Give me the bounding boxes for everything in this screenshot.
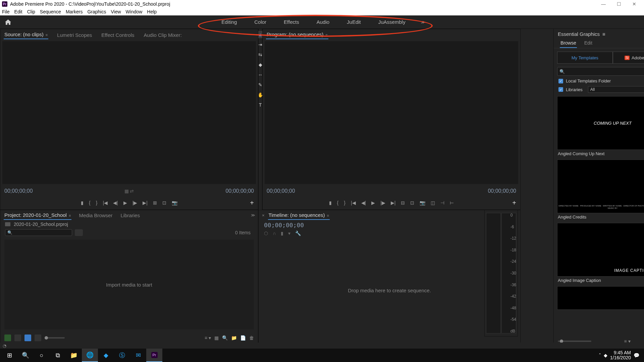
tray-app-icon[interactable]: ◆ xyxy=(604,353,607,358)
media-bin[interactable]: Import media to start xyxy=(4,240,254,329)
button-editor-icon[interactable]: + xyxy=(250,199,254,207)
insert-icon[interactable]: ⊞ xyxy=(153,200,157,205)
tray-overflow-icon[interactable]: ˄ xyxy=(599,353,601,358)
menu-clip[interactable]: Clip xyxy=(27,9,35,14)
menu-markers[interactable]: Markers xyxy=(66,9,83,14)
eg-item-live[interactable]: LIVE xyxy=(557,286,644,310)
play-icon[interactable]: ▶ xyxy=(123,200,127,205)
timeline-timecode[interactable]: 00;00;00;00 xyxy=(264,222,515,229)
compare-icon[interactable]: ◫ xyxy=(431,200,435,205)
step-back-icon[interactable]: ◀| xyxy=(113,200,118,205)
marker-icon[interactable]: ▮ xyxy=(81,200,84,205)
tab-effect-controls[interactable]: Effect Controls xyxy=(101,31,135,39)
eg-item-image-caption[interactable]: IMAGE CAPTION HERE Angled Image Caption xyxy=(557,223,644,284)
list-view-icon[interactable] xyxy=(14,335,21,341)
out-icon[interactable]: } xyxy=(96,200,98,205)
automate-icon[interactable]: ▦ xyxy=(214,335,219,341)
play-icon[interactable]: ▶ xyxy=(371,200,375,205)
tab-project[interactable]: Project: 2020-01-20_School≡ xyxy=(4,211,71,220)
export-frame-icon[interactable]: 📷 xyxy=(420,200,425,205)
eg-zoom-slider[interactable] xyxy=(558,341,591,342)
source-timecode-in[interactable]: 00;00;00;00 xyxy=(4,188,33,194)
step-fwd-icon[interactable]: |▶ xyxy=(132,200,138,205)
menu-graphics[interactable]: Graphics xyxy=(87,9,106,14)
workspace-juedit[interactable]: JuEdit xyxy=(345,18,363,26)
notifications-icon[interactable]: 💬 xyxy=(634,353,639,358)
workspace-effects[interactable]: Effects xyxy=(282,18,301,26)
menu-edit[interactable]: Edit xyxy=(14,9,22,14)
tab-audio-clip-mixer[interactable]: Audio Clip Mixer: xyxy=(143,31,182,39)
eg-local-checkbox[interactable]: ✓ xyxy=(558,79,563,83)
eg-tab-edit[interactable]: Edit xyxy=(584,39,593,48)
close-button[interactable]: ✕ xyxy=(627,0,642,8)
export-frame-icon[interactable]: 📷 xyxy=(172,200,177,205)
goto-in-icon[interactable]: |◀ xyxy=(351,200,356,205)
sort-icon[interactable]: ≡ ▾ xyxy=(205,335,211,341)
in-icon[interactable]: { xyxy=(337,200,339,205)
minimize-button[interactable]: — xyxy=(596,0,611,8)
in-icon[interactable]: { xyxy=(89,200,91,205)
clock[interactable]: 9:45 AM 1/16/2020 xyxy=(610,350,631,361)
premiere-taskbar-icon[interactable]: Pr xyxy=(146,349,162,362)
cortana-icon[interactable]: ○ xyxy=(34,349,50,362)
project-search-input[interactable]: 🔍 xyxy=(5,229,72,236)
out-icon[interactable]: } xyxy=(344,200,345,205)
skype-icon[interactable]: Ⓢ xyxy=(114,349,130,362)
task-view-icon[interactable]: ⧉ xyxy=(50,349,66,362)
tab-libraries[interactable]: Libraries xyxy=(120,211,141,220)
tabs-overflow-icon[interactable]: ≫ xyxy=(251,213,255,218)
eg-template-list[interactable]: COMING UP NEXT Angled Coming Up Next DIR… xyxy=(554,94,644,335)
eg-menu-icon[interactable]: ≡ xyxy=(602,31,605,37)
tab-source[interactable]: Source: (no clips)≡ xyxy=(4,30,48,39)
source-timecode-out[interactable]: 00;00;00;00 xyxy=(225,188,254,194)
freeform-view-icon[interactable] xyxy=(35,335,41,341)
goto-out-icon[interactable]: ▶| xyxy=(143,200,148,205)
extract-icon[interactable]: ⊡ xyxy=(410,200,414,205)
writable-icon[interactable] xyxy=(4,335,11,341)
eg-library-select[interactable]: All▾ xyxy=(588,86,644,93)
outlook-icon[interactable]: ✉ xyxy=(130,349,146,362)
program-timecode-out[interactable]: 00;00;00;00 xyxy=(488,188,516,194)
timeline-body[interactable]: Drop media here to create sequence. xyxy=(259,237,520,344)
menu-window[interactable]: Window xyxy=(126,9,143,14)
start-button[interactable]: ⊞ xyxy=(1,349,17,362)
goto-out-icon[interactable]: ▶| xyxy=(391,200,396,205)
marker-add-icon[interactable]: ▮ xyxy=(281,231,283,236)
tab-media-browser[interactable]: Media Browser xyxy=(78,211,113,220)
menu-view[interactable]: View xyxy=(111,9,121,14)
eg-adobe-stock-button[interactable]: StAdobe Stock xyxy=(613,52,644,64)
snap-icon[interactable]: ⬡ xyxy=(264,231,268,236)
tab-lumetri-scopes[interactable]: Lumetri Scopes xyxy=(56,31,93,39)
file-explorer-icon[interactable]: 📁 xyxy=(66,349,82,362)
find-icon[interactable]: 🔍 xyxy=(222,335,228,341)
eg-item-credits[interactable]: DIRECTED BY NAME · PRODUCED BY NAME · WR… xyxy=(557,160,644,221)
delete-icon[interactable]: 🗑 xyxy=(249,335,254,341)
program-monitor[interactable] xyxy=(265,41,518,184)
zoom-slider[interactable] xyxy=(45,337,65,339)
home-icon[interactable] xyxy=(3,17,13,27)
icon-view-icon[interactable] xyxy=(24,335,31,341)
workspace-juassembly[interactable]: JuAssembly xyxy=(376,18,408,26)
eg-libraries-checkbox[interactable]: ✓ xyxy=(558,87,563,92)
linked-icon[interactable]: ∩ xyxy=(273,231,276,236)
sizer2-icon[interactable]: ⊢ xyxy=(450,200,454,205)
chrome-icon[interactable]: 🌐 xyxy=(82,349,98,362)
menu-help[interactable]: Help xyxy=(147,9,157,14)
maximize-button[interactable]: ☐ xyxy=(611,0,627,8)
workspace-color[interactable]: Color xyxy=(252,18,268,26)
overwrite-icon[interactable]: ⊡ xyxy=(162,200,166,205)
step-fwd-icon[interactable]: |▶ xyxy=(380,200,385,205)
wrench-icon[interactable]: 🔧 xyxy=(295,231,301,236)
workspace-overflow-icon[interactable]: ≫ xyxy=(421,20,425,24)
eg-search-input[interactable]: 🔍 xyxy=(557,67,644,76)
lift-icon[interactable]: ⊟ xyxy=(401,200,405,205)
eg-my-templates-button[interactable]: My Templates xyxy=(557,52,613,64)
timeline-close-icon[interactable]: × xyxy=(262,213,265,218)
sizer-icon[interactable]: ⊣ xyxy=(440,200,444,205)
workspace-audio[interactable]: Audio xyxy=(315,18,331,26)
menu-file[interactable]: File xyxy=(2,9,10,14)
goto-in-icon[interactable]: |◀ xyxy=(103,200,108,205)
new-item-icon[interactable]: 📄 xyxy=(240,335,246,341)
step-back-icon[interactable]: ◀| xyxy=(361,200,366,205)
eg-tab-browse[interactable]: Browse xyxy=(560,39,577,48)
